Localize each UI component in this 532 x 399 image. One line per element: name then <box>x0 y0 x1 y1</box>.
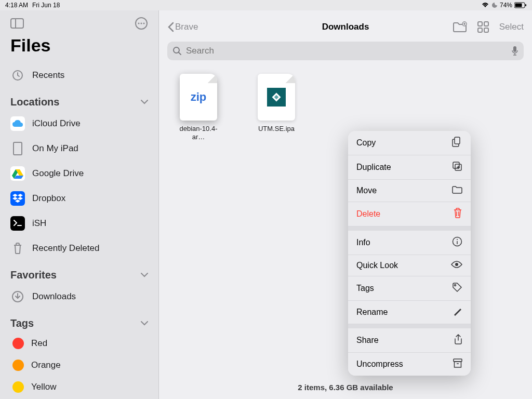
sidebar-toggle-icon[interactable] <box>10 18 24 29</box>
menu-divider <box>348 227 471 231</box>
menu-item-label: Copy <box>356 138 376 148</box>
chevron-down-icon <box>141 100 148 104</box>
svg-rect-30 <box>455 362 461 367</box>
menu-item-tags[interactable]: Tags <box>348 276 471 301</box>
search-bar[interactable] <box>167 42 524 60</box>
battery-percentage: 74% <box>500 2 512 9</box>
ipa-file-icon <box>258 74 295 121</box>
info-icon <box>452 236 462 249</box>
file-item-zip[interactable]: zip debian-10.4-ar… <box>175 74 222 141</box>
share-icon <box>454 334 462 347</box>
svg-point-26 <box>457 239 458 240</box>
archive-icon <box>453 358 462 370</box>
file-item-ipa[interactable]: UTM.SE.ipa <box>252 74 300 133</box>
mic-icon[interactable] <box>511 46 518 56</box>
file-name: UTM.SE.ipa <box>258 125 295 133</box>
svg-rect-13 <box>478 22 482 26</box>
menu-item-copy[interactable]: Copy <box>348 131 471 155</box>
menu-item-label: Quick Look <box>356 261 398 270</box>
menu-item-quick-look[interactable]: Quick Look <box>348 255 471 276</box>
menu-item-label: Delete <box>356 209 380 219</box>
duplicate-icon <box>452 161 462 174</box>
menu-item-label: Info <box>356 238 370 247</box>
sidebar-tag-red[interactable]: Red <box>0 332 158 354</box>
menu-item-share[interactable]: Share <box>348 328 471 353</box>
new-folder-icon[interactable] <box>453 21 467 33</box>
battery-icon <box>514 2 527 8</box>
svg-point-28 <box>455 285 456 286</box>
sidebar-item-label: Dropbox <box>32 193 65 204</box>
file-name: debian-10.4-ar… <box>175 125 222 141</box>
gdrive-icon <box>10 166 25 181</box>
svg-rect-3 <box>11 19 23 28</box>
sidebar-tag-orange[interactable]: Orange <box>0 354 158 376</box>
section-header-tags[interactable]: Tags <box>0 309 158 332</box>
sidebar-item-label: iSH <box>32 218 46 229</box>
sidebar-item-recently-deleted[interactable]: Recently Deleted <box>0 236 158 261</box>
sidebar-item-label: iCloud Drive <box>32 118 81 129</box>
svg-rect-10 <box>14 142 22 155</box>
svg-rect-14 <box>484 22 488 26</box>
zip-file-icon: zip <box>180 74 217 121</box>
tag-label: Red <box>31 338 47 349</box>
menu-item-move[interactable]: Move <box>348 180 471 202</box>
sidebar-item-downloads[interactable]: Downloads <box>0 284 158 309</box>
status-text: 2 items, 6.36 GB available <box>159 383 532 392</box>
status-date: Fri Jun 18 <box>32 2 60 9</box>
menu-item-delete[interactable]: Delete <box>348 202 471 227</box>
sidebar-item-on-my-ipad[interactable]: On My iPad <box>0 136 158 161</box>
moon-icon <box>491 2 498 8</box>
sidebar-item-icloud-drive[interactable]: iCloud Drive <box>0 111 158 136</box>
back-button[interactable]: Brave <box>167 22 198 32</box>
eye-icon <box>451 261 462 270</box>
search-input[interactable] <box>186 46 507 56</box>
sidebar-item-label: On My iPad <box>32 143 78 154</box>
ipad-icon <box>10 141 25 156</box>
menu-item-rename[interactable]: Rename <box>348 301 471 324</box>
svg-point-6 <box>138 23 140 24</box>
menu-item-uncompress[interactable]: Uncompress <box>348 353 471 376</box>
files-grid[interactable]: zip debian-10.4-ar… UTM.SE.ipa <box>159 65 532 399</box>
section-header-locations[interactable]: Locations <box>0 88 158 111</box>
sidebar-item-label: Google Drive <box>32 168 84 179</box>
status-time: 4:18 AM <box>5 2 28 9</box>
tag-dot-icon <box>12 381 24 393</box>
sidebar-tag-yellow[interactable]: Yellow <box>0 376 158 398</box>
menu-item-label: Tags <box>356 284 374 293</box>
select-button[interactable]: Select <box>499 22 524 32</box>
tag-label: Yellow <box>31 382 57 392</box>
chevron-down-icon <box>141 321 148 326</box>
sidebar-item-ish[interactable]: iSH <box>0 211 158 236</box>
menu-item-label: Duplicate <box>356 163 391 172</box>
menu-item-duplicate[interactable]: Duplicate <box>348 155 471 180</box>
icloud-icon <box>10 116 25 131</box>
chevron-down-icon <box>141 273 148 277</box>
menu-item-label: Share <box>356 336 379 345</box>
status-bar: 4:18 AM Fri Jun 18 74% <box>0 0 532 10</box>
trash-icon <box>10 241 25 256</box>
back-label: Brave <box>175 22 198 32</box>
tag-icon <box>452 282 462 295</box>
chevron-left-icon <box>167 22 174 32</box>
main-content: Brave Downloads Select zip debian-10.4-a… <box>159 10 532 399</box>
grid-view-icon[interactable] <box>477 21 489 33</box>
sidebar-item-recents[interactable]: Recents <box>0 63 158 88</box>
tag-dot-icon <box>12 338 24 349</box>
sidebar-item-label: Recents <box>32 70 64 81</box>
svg-point-7 <box>141 23 142 24</box>
sidebar-item-google-drive[interactable]: Google Drive <box>0 161 158 186</box>
more-icon[interactable] <box>135 17 148 30</box>
menu-divider <box>348 324 471 328</box>
svg-line-18 <box>179 52 181 55</box>
svg-rect-1 <box>515 4 522 7</box>
sidebar: Files Recents Locations iCloud DriveOn M… <box>0 10 159 399</box>
sidebar-item-dropbox[interactable]: Dropbox <box>0 186 158 211</box>
app-title: Files <box>0 33 158 63</box>
svg-rect-16 <box>484 28 488 32</box>
menu-item-info[interactable]: Info <box>348 231 471 255</box>
page-title: Downloads <box>322 22 369 32</box>
section-header-favorites[interactable]: Favorites <box>0 261 158 284</box>
trash-icon <box>453 208 462 220</box>
svg-point-27 <box>455 263 458 266</box>
folder-icon <box>452 185 462 196</box>
